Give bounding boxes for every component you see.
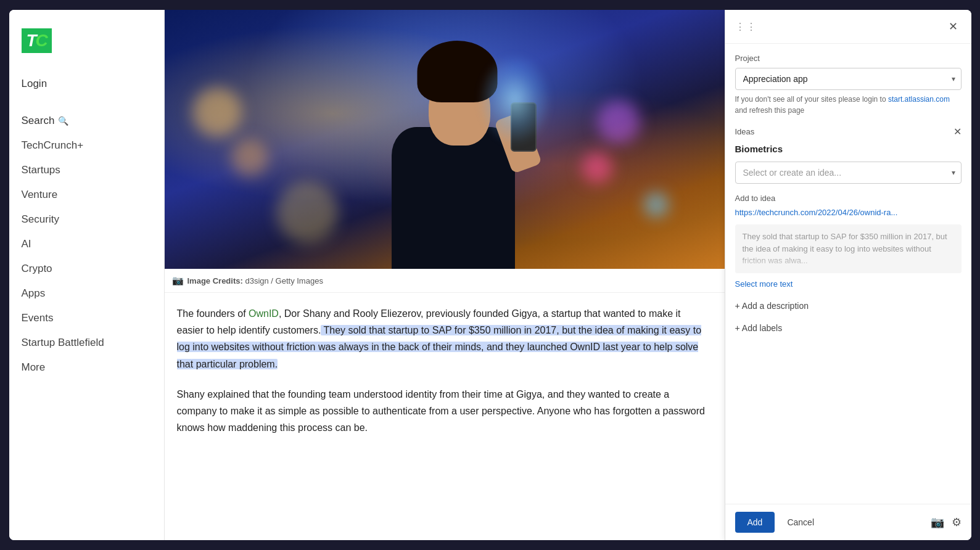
- sidebar-item-login[interactable]: Login: [22, 72, 152, 96]
- sidebar-item-search[interactable]: Search 🔍: [22, 109, 152, 133]
- cancel-button[interactable]: Cancel: [781, 512, 820, 533]
- panel-footer: Add Cancel 📷 ⚙: [725, 504, 971, 540]
- idea-select-wrapper: Select or create an idea... ▾: [735, 162, 961, 184]
- ideas-section: Ideas ✕ Biometrics Select or create an i…: [735, 126, 961, 335]
- biometrics-tag: Biometrics: [735, 144, 961, 154]
- hint-text: If you don't see all of your sites pleas…: [735, 94, 961, 116]
- sidebar-item-security[interactable]: Security: [22, 207, 152, 232]
- article-body: The founders of OwnID, Dor Shany and Roo…: [165, 293, 725, 474]
- sidebar-item-venture[interactable]: Venture: [22, 183, 152, 207]
- sidebar-item-events[interactable]: Events: [22, 306, 152, 330]
- drag-handle[interactable]: ⋮⋮: [735, 21, 757, 33]
- bokeh-4: [597, 101, 640, 144]
- add-to-idea-label: Add to idea: [735, 194, 961, 203]
- bokeh-3: [276, 181, 338, 243]
- panel-body: Project Appreciation app My Ideas Resear…: [725, 44, 971, 504]
- tc-logo: TC: [22, 28, 152, 53]
- search-icon: 🔍: [58, 116, 68, 126]
- sidebar-item-apps[interactable]: Apps: [22, 281, 152, 306]
- add-labels-button[interactable]: + Add labels: [735, 321, 961, 335]
- camera-icon: 📷: [172, 275, 184, 286]
- ideas-close-button[interactable]: ✕: [953, 126, 961, 138]
- bokeh-5: [582, 152, 612, 183]
- phone-glow: [478, 53, 552, 146]
- select-more-text-button[interactable]: Select more text: [735, 279, 793, 289]
- bokeh-2: [231, 139, 268, 176]
- sidebar: TC Login Search 🔍 TechCrunch+ Startups V…: [9, 10, 165, 540]
- sidebar-item-crypto[interactable]: Crypto: [22, 257, 152, 281]
- add-button[interactable]: Add: [735, 512, 775, 533]
- main-content: 📷 Image Credits: d3sign / Getty Images T…: [165, 10, 725, 540]
- bokeh-6: [644, 192, 669, 217]
- sidebar-item-startup-battlefield[interactable]: Startup Battlefield: [22, 330, 152, 355]
- idea-select[interactable]: Select or create an idea...: [735, 162, 961, 184]
- project-select[interactable]: Appreciation app My Ideas Research: [735, 68, 961, 90]
- tc-logo-image: TC: [22, 28, 52, 53]
- ownid-link[interactable]: OwnID: [249, 308, 279, 319]
- caption-label: Image Credits: d3sign / Getty Images: [187, 276, 323, 285]
- ideas-header: Ideas ✕: [735, 126, 961, 138]
- right-panel: ⋮⋮ ✕ Project Appreciation app My Ideas R…: [725, 10, 971, 540]
- article-paragraph-1: The founders of OwnID, Dor Shany and Roo…: [177, 305, 706, 372]
- logo-area: TC: [9, 22, 164, 72]
- close-button[interactable]: ✕: [945, 18, 961, 35]
- sidebar-item-ai[interactable]: AI: [22, 232, 152, 257]
- person-body: [392, 127, 515, 269]
- article-hero-image: [165, 10, 725, 269]
- idea-text-preview: They sold that startup to SAP for $350 m…: [735, 224, 961, 273]
- footer-icons: 📷 ⚙: [931, 515, 961, 529]
- sidebar-item-more[interactable]: More: [22, 355, 152, 380]
- settings-footer-button[interactable]: ⚙: [952, 515, 961, 529]
- ideas-label: Ideas: [735, 127, 755, 136]
- sidebar-item-startups[interactable]: Startups: [22, 158, 152, 183]
- atlassian-link[interactable]: start.atlassian.com: [888, 95, 950, 104]
- project-label: Project: [735, 54, 961, 63]
- sidebar-nav: Login Search 🔍 TechCrunch+ Startups Vent…: [9, 72, 164, 380]
- browser-window: TC Login Search 🔍 TechCrunch+ Startups V…: [9, 10, 971, 540]
- person-figure: [367, 10, 540, 269]
- camera-footer-button[interactable]: 📷: [931, 515, 944, 529]
- article-paragraph-2: Shany explained that the founding team u…: [177, 386, 706, 437]
- idea-url-link[interactable]: https://techcrunch.com/2022/04/26/ownid-…: [735, 208, 961, 217]
- bokeh-1: [192, 88, 242, 137]
- add-description-button[interactable]: + Add a description: [735, 298, 961, 313]
- project-select-wrapper: Appreciation app My Ideas Research ▾: [735, 68, 961, 90]
- article-image-bg: [165, 10, 725, 269]
- image-caption: 📷 Image Credits: d3sign / Getty Images: [165, 269, 725, 293]
- panel-header: ⋮⋮ ✕: [725, 10, 971, 44]
- sidebar-item-techcrunch-plus[interactable]: TechCrunch+: [22, 133, 152, 158]
